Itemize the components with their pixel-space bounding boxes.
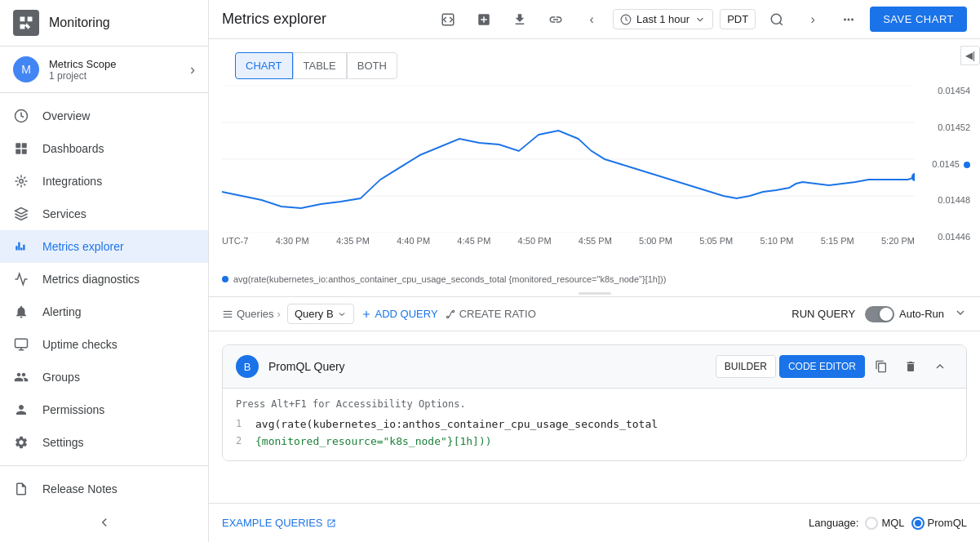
code-content-1: avg(rate(kubernetes_io:anthos_container_…: [255, 416, 658, 433]
sidebar-item-metrics-diagnostics-label: Metrics diagnostics: [42, 273, 140, 286]
collapse-query-btn[interactable]: [927, 353, 953, 380]
create-ratio-btn[interactable]: CREATE RATIO: [445, 308, 536, 320]
query-card-title: PromQL Query: [268, 360, 706, 373]
alerting-icon: [13, 304, 29, 320]
mql-label: MQL: [881, 517, 904, 529]
chart-legend: avg(rate(kubernetes_io:anthos_container_…: [209, 271, 980, 291]
page-title: Metrics explorer: [222, 11, 433, 28]
tab-both[interactable]: BOTH: [347, 52, 397, 79]
add-chart-btn[interactable]: [469, 5, 499, 34]
timezone-label: PDT: [720, 9, 756, 29]
sidebar-item-groups[interactable]: Groups: [0, 361, 208, 393]
sidebar-item-services[interactable]: Services: [0, 198, 208, 230]
query-b-label: Query B: [295, 308, 334, 320]
sidebar-item-alerting-label: Alerting: [42, 305, 81, 318]
overview-icon: [13, 108, 29, 124]
save-chart-button[interactable]: SAVE CHART: [870, 7, 967, 32]
breadcrumb-queries-label: Queries: [237, 308, 274, 320]
sidebar-item-settings[interactable]: Settings: [0, 426, 208, 459]
sidebar-item-uptime-checks[interactable]: Uptime checks: [0, 328, 208, 361]
query-toolbar: Queries › Query B ADD QUERY CREATE RATIO…: [209, 297, 980, 331]
permissions-icon: [13, 402, 29, 418]
mql-radio[interactable]: MQL: [865, 517, 904, 530]
uptime-checks-icon: [13, 336, 29, 353]
y-label-1: 0.01452: [932, 122, 970, 132]
share-btn[interactable]: [541, 5, 570, 34]
release-notes-icon: [13, 481, 29, 497]
sidebar-item-dashboards-label: Dashboards: [42, 142, 104, 155]
code-line-1: 1 avg(rate(kubernetes_io:anthos_containe…: [236, 416, 953, 433]
add-query-btn[interactable]: ADD QUERY: [361, 308, 438, 320]
time-range-selector[interactable]: Last 1 hour: [613, 9, 713, 29]
query-badge: B: [236, 355, 259, 378]
y-label-3: 0.01448: [932, 195, 970, 205]
chart-view-tabs: CHART TABLE BOTH: [222, 46, 410, 79]
embed-chart-btn[interactable]: [433, 5, 463, 34]
code-content-2: {monitored_resource="k8s_node"}[1h])): [255, 433, 492, 451]
prev-time-btn[interactable]: ‹: [577, 5, 606, 34]
sidebar-item-overview-label: Overview: [42, 109, 90, 122]
expand-query-btn[interactable]: [954, 306, 967, 322]
sidebar-item-metrics-explorer[interactable]: Metrics explorer: [0, 230, 208, 263]
query-editor: B PromQL Query BUILDER CODE EDITOR: [209, 331, 980, 503]
scope-avatar: M: [13, 56, 39, 82]
mql-radio-circle: [865, 517, 878, 530]
tab-chart[interactable]: CHART: [235, 52, 293, 79]
search-btn[interactable]: [762, 5, 792, 34]
sidebar-item-permissions[interactable]: Permissions: [0, 393, 208, 426]
example-queries-link[interactable]: EXAMPLE QUERIES: [222, 517, 336, 529]
sidebar-item-groups-label: Groups: [42, 371, 80, 384]
copy-query-btn[interactable]: [868, 353, 894, 380]
sidebar-item-alerting[interactable]: Alerting: [0, 295, 208, 328]
builder-btn[interactable]: BUILDER: [716, 355, 776, 378]
queries-breadcrumb: Queries ›: [222, 308, 281, 320]
integrations-icon: [13, 173, 29, 189]
sidebar-nav: Overview Dashboards Integrations Service…: [0, 93, 208, 465]
promql-radio-circle: [911, 517, 925, 530]
sidebar-item-uptime-checks-label: Uptime checks: [42, 338, 118, 351]
svg-rect-2: [22, 143, 27, 148]
time-range-label: Last 1 hour: [636, 13, 690, 25]
auto-run-toggle[interactable]: Auto-Run: [865, 306, 944, 322]
sidebar-bottom: Release Notes: [0, 465, 208, 542]
scope-subtitle: 1 project: [49, 70, 190, 82]
code-editor-btn[interactable]: CODE EDITOR: [779, 355, 865, 378]
sidebar-item-integrations[interactable]: Integrations: [0, 165, 208, 198]
sidebar-item-dashboards[interactable]: Dashboards: [0, 132, 208, 165]
x-axis-labels: UTC-7 4:30 PM 4:35 PM 4:40 PM 4:45 PM 4:…: [222, 233, 980, 246]
sidebar-item-permissions-label: Permissions: [42, 403, 104, 416]
language-label: Language:: [809, 517, 858, 529]
chart-container: CHART TABLE BOTH ◀| 0.01454 0.01452 0.01…: [209, 39, 980, 297]
query-b-selector[interactable]: Query B: [287, 304, 354, 324]
topbar: Metrics explorer ‹ Last 1 hour PDT: [209, 0, 980, 39]
line-number-2: 2: [236, 433, 246, 449]
svg-point-20: [452, 310, 454, 312]
svg-rect-1: [16, 143, 20, 148]
toggle-track[interactable]: [865, 306, 894, 322]
delete-query-btn[interactable]: [898, 353, 924, 380]
more-options-btn[interactable]: [834, 5, 863, 34]
tab-table[interactable]: TABLE: [293, 52, 347, 79]
sidebar-item-release-notes[interactable]: Release Notes: [0, 473, 208, 505]
next-time-btn[interactable]: ›: [798, 5, 827, 34]
promql-radio-inner: [915, 520, 921, 526]
sidebar-item-overview[interactable]: Overview: [0, 100, 208, 132]
query-card-actions: BUILDER CODE EDITOR: [716, 353, 953, 380]
metrics-scope-selector[interactable]: M Metrics Scope 1 project ›: [0, 47, 208, 93]
collapse-panel-btn[interactable]: ◀|: [960, 46, 980, 65]
sidebar-item-metrics-diagnostics[interactable]: Metrics diagnostics: [0, 263, 208, 295]
bottom-bar: EXAMPLE QUERIES Language: MQL PromQL: [209, 503, 980, 542]
download-btn[interactable]: [505, 5, 534, 34]
drag-handle[interactable]: [579, 292, 611, 295]
breadcrumb-separator: ›: [277, 308, 281, 320]
chevron-right-icon: ›: [190, 61, 195, 78]
promql-radio[interactable]: PromQL: [911, 517, 967, 530]
svg-point-5: [20, 180, 24, 184]
sidebar-collapse-btn[interactable]: [0, 505, 208, 540]
run-query-btn[interactable]: RUN QUERY: [792, 308, 855, 320]
query-editor-body[interactable]: Press Alt+F1 for Accessibility Options. …: [223, 389, 966, 460]
metrics-explorer-icon: [13, 238, 29, 255]
auto-run-label: Auto-Run: [899, 308, 944, 320]
app-title: Monitoring: [49, 16, 110, 30]
promql-query-card: B PromQL Query BUILDER CODE EDITOR: [222, 344, 967, 461]
